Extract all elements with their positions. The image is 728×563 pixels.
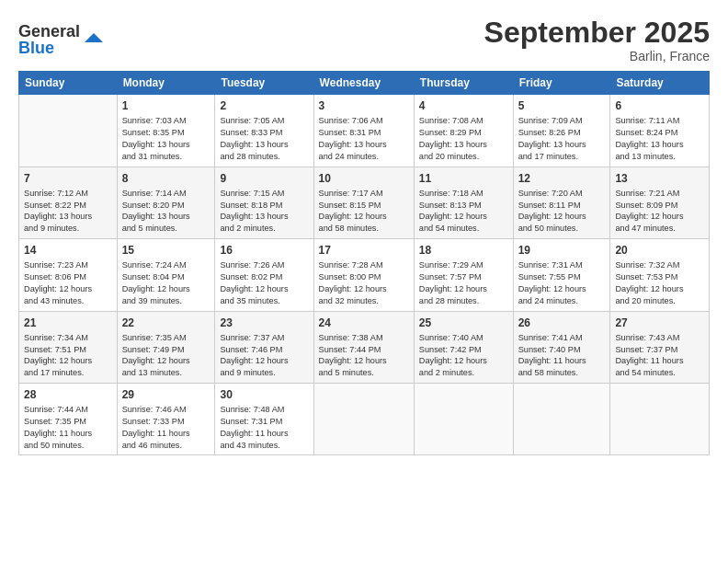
calendar-header-cell: Friday (513, 72, 610, 95)
calendar-cell: 11Sunrise: 7:18 AM Sunset: 8:13 PM Dayli… (414, 167, 513, 238)
day-info: Sunrise: 7:15 AM Sunset: 8:18 PM Dayligh… (220, 189, 288, 233)
calendar-cell: 30Sunrise: 7:48 AM Sunset: 7:31 PM Dayli… (215, 383, 313, 454)
day-number: 25 (419, 316, 508, 330)
day-number: 5 (518, 98, 606, 113)
day-number: 17 (319, 243, 409, 258)
day-info: Sunrise: 7:48 AM Sunset: 7:31 PM Dayligh… (220, 405, 288, 449)
day-info: Sunrise: 7:20 AM Sunset: 8:11 PM Dayligh… (518, 189, 586, 233)
calendar-cell: 25Sunrise: 7:40 AM Sunset: 7:42 PM Dayli… (414, 311, 513, 383)
day-info: Sunrise: 7:46 AM Sunset: 7:33 PM Dayligh… (122, 405, 190, 449)
day-info: Sunrise: 7:35 AM Sunset: 7:49 PM Dayligh… (122, 333, 190, 377)
day-number: 8 (122, 171, 210, 186)
calendar-cell: 24Sunrise: 7:38 AM Sunset: 7:44 PM Dayli… (313, 311, 414, 383)
calendar-cell: 27Sunrise: 7:43 AM Sunset: 7:37 PM Dayli… (610, 311, 710, 383)
location: Barlin, France (484, 49, 710, 63)
month-title: September 2025 (484, 17, 710, 49)
calendar-cell: 16Sunrise: 7:26 AM Sunset: 8:02 PM Dayli… (215, 239, 313, 311)
calendar-cell: 7Sunrise: 7:12 AM Sunset: 8:22 PM Daylig… (19, 167, 118, 238)
calendar-cell (313, 383, 414, 454)
day-number: 18 (419, 243, 508, 258)
svg-text:Blue: Blue (18, 39, 54, 57)
day-info: Sunrise: 7:31 AM Sunset: 7:55 PM Dayligh… (518, 260, 586, 304)
day-info: Sunrise: 7:24 AM Sunset: 8:04 PM Dayligh… (122, 260, 190, 304)
calendar-header-cell: Tuesday (215, 72, 313, 95)
day-number: 15 (122, 243, 210, 258)
calendar-cell: 4Sunrise: 7:08 AM Sunset: 8:29 PM Daylig… (414, 95, 513, 167)
day-number: 16 (220, 243, 308, 258)
calendar-header-cell: Wednesday (313, 72, 414, 95)
day-info: Sunrise: 7:09 AM Sunset: 8:26 PM Dayligh… (518, 116, 586, 160)
day-info: Sunrise: 7:44 AM Sunset: 7:35 PM Dayligh… (24, 405, 92, 449)
calendar-cell (414, 383, 513, 454)
calendar-table: SundayMondayTuesdayWednesdayThursdayFrid… (18, 71, 710, 455)
calendar-cell: 2Sunrise: 7:05 AM Sunset: 8:33 PM Daylig… (215, 95, 313, 167)
calendar-cell: 22Sunrise: 7:35 AM Sunset: 7:49 PM Dayli… (117, 311, 215, 383)
day-info: Sunrise: 7:08 AM Sunset: 8:29 PM Dayligh… (419, 116, 487, 160)
calendar-cell: 9Sunrise: 7:15 AM Sunset: 8:18 PM Daylig… (215, 167, 313, 238)
calendar-cell: 1Sunrise: 7:03 AM Sunset: 8:35 PM Daylig… (117, 95, 215, 167)
day-number: 3 (319, 98, 409, 113)
day-number: 23 (220, 316, 308, 330)
day-info: Sunrise: 7:43 AM Sunset: 7:37 PM Dayligh… (615, 333, 683, 377)
day-number: 6 (615, 98, 704, 113)
day-info: Sunrise: 7:18 AM Sunset: 8:13 PM Dayligh… (419, 189, 487, 233)
logo: General Blue (18, 17, 106, 62)
day-number: 29 (122, 387, 210, 402)
calendar-cell: 21Sunrise: 7:34 AM Sunset: 7:51 PM Dayli… (19, 311, 118, 383)
calendar-body: 1Sunrise: 7:03 AM Sunset: 8:35 PM Daylig… (19, 95, 710, 455)
calendar-header-row: SundayMondayTuesdayWednesdayThursdayFrid… (19, 72, 710, 95)
day-info: Sunrise: 7:37 AM Sunset: 7:46 PM Dayligh… (220, 333, 288, 377)
day-info: Sunrise: 7:23 AM Sunset: 8:06 PM Dayligh… (24, 260, 92, 304)
calendar-cell (513, 383, 610, 454)
svg-text:General: General (18, 22, 80, 40)
calendar-cell: 8Sunrise: 7:14 AM Sunset: 8:20 PM Daylig… (117, 167, 215, 238)
calendar-cell: 14Sunrise: 7:23 AM Sunset: 8:06 PM Dayli… (19, 239, 118, 311)
day-number: 13 (615, 171, 704, 186)
day-number: 20 (615, 243, 704, 258)
day-number: 2 (220, 98, 308, 113)
day-number: 1 (122, 98, 210, 113)
calendar-header-cell: Sunday (19, 72, 118, 95)
calendar-week-row: 7Sunrise: 7:12 AM Sunset: 8:22 PM Daylig… (19, 167, 710, 238)
day-number: 26 (518, 316, 606, 330)
day-number: 7 (24, 171, 112, 186)
calendar-header-cell: Monday (117, 72, 215, 95)
day-info: Sunrise: 7:28 AM Sunset: 8:00 PM Dayligh… (319, 260, 387, 304)
calendar-cell (19, 95, 118, 167)
calendar-cell: 26Sunrise: 7:41 AM Sunset: 7:40 PM Dayli… (513, 311, 610, 383)
day-info: Sunrise: 7:41 AM Sunset: 7:40 PM Dayligh… (518, 333, 586, 377)
day-info: Sunrise: 7:05 AM Sunset: 8:33 PM Dayligh… (220, 116, 288, 160)
calendar-cell (610, 383, 710, 454)
logo-text: General Blue (18, 17, 106, 62)
calendar-header-cell: Saturday (610, 72, 710, 95)
day-info: Sunrise: 7:21 AM Sunset: 8:09 PM Dayligh… (615, 189, 683, 233)
day-info: Sunrise: 7:29 AM Sunset: 7:57 PM Dayligh… (419, 260, 487, 304)
calendar-cell: 13Sunrise: 7:21 AM Sunset: 8:09 PM Dayli… (610, 167, 710, 238)
calendar-cell: 3Sunrise: 7:06 AM Sunset: 8:31 PM Daylig… (313, 95, 414, 167)
day-number: 27 (615, 316, 704, 330)
calendar-week-row: 14Sunrise: 7:23 AM Sunset: 8:06 PM Dayli… (19, 239, 710, 311)
calendar-cell: 17Sunrise: 7:28 AM Sunset: 8:00 PM Dayli… (313, 239, 414, 311)
calendar-week-row: 1Sunrise: 7:03 AM Sunset: 8:35 PM Daylig… (19, 95, 710, 167)
day-number: 11 (419, 171, 508, 186)
calendar-cell: 20Sunrise: 7:32 AM Sunset: 7:53 PM Dayli… (610, 239, 710, 311)
day-number: 9 (220, 171, 308, 186)
day-number: 21 (24, 316, 112, 330)
day-number: 19 (518, 243, 606, 258)
calendar-cell: 18Sunrise: 7:29 AM Sunset: 7:57 PM Dayli… (414, 239, 513, 311)
day-number: 30 (220, 387, 308, 402)
day-info: Sunrise: 7:26 AM Sunset: 8:02 PM Dayligh… (220, 260, 288, 304)
day-info: Sunrise: 7:40 AM Sunset: 7:42 PM Dayligh… (419, 333, 487, 377)
calendar-cell: 5Sunrise: 7:09 AM Sunset: 8:26 PM Daylig… (513, 95, 610, 167)
header: General Blue September 2025 Barlin, Fran… (18, 17, 710, 63)
day-number: 10 (319, 171, 409, 186)
title-block: September 2025 Barlin, France (484, 17, 710, 63)
day-number: 22 (122, 316, 210, 330)
page: General Blue September 2025 Barlin, Fran… (0, 0, 728, 563)
day-info: Sunrise: 7:12 AM Sunset: 8:22 PM Dayligh… (24, 189, 92, 233)
calendar-cell: 15Sunrise: 7:24 AM Sunset: 8:04 PM Dayli… (117, 239, 215, 311)
day-info: Sunrise: 7:38 AM Sunset: 7:44 PM Dayligh… (319, 333, 387, 377)
day-number: 12 (518, 171, 606, 186)
calendar-header-cell: Thursday (414, 72, 513, 95)
day-info: Sunrise: 7:32 AM Sunset: 7:53 PM Dayligh… (615, 260, 683, 304)
